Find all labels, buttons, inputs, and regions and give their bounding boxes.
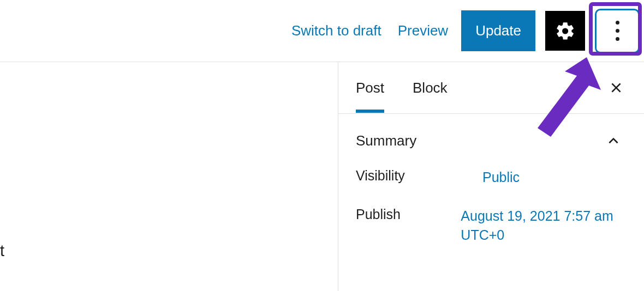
update-button[interactable]: Update xyxy=(461,10,535,51)
gear-icon xyxy=(555,21,576,41)
switch-to-draft-link[interactable]: Switch to draft xyxy=(288,17,385,45)
publish-row: Publish August 19, 2021 7:57 am UTC+0 xyxy=(338,207,644,264)
content-fragment: t xyxy=(0,242,4,260)
close-icon xyxy=(609,81,623,95)
visibility-label: Visibility xyxy=(356,168,482,187)
tab-block[interactable]: Block xyxy=(413,63,448,113)
sidebar-tabs: Post Block xyxy=(338,62,644,114)
summary-title: Summary xyxy=(356,132,416,149)
editor-body: t Post Block Summary Visibility Public xyxy=(0,62,644,291)
summary-panel-header[interactable]: Summary xyxy=(338,114,644,168)
content-editor-area[interactable]: t xyxy=(0,62,338,291)
settings-button[interactable] xyxy=(545,11,585,51)
settings-sidebar: Post Block Summary Visibility Public Pub xyxy=(338,62,644,291)
visibility-row: Visibility Public xyxy=(338,168,644,207)
chevron-up-icon xyxy=(606,134,621,149)
more-options-button[interactable] xyxy=(595,9,640,53)
preview-link[interactable]: Preview xyxy=(395,17,451,45)
kebab-icon xyxy=(616,21,619,41)
editor-toolbar: Switch to draft Preview Update xyxy=(0,0,644,62)
publish-value[interactable]: August 19, 2021 7:57 am UTC+0 xyxy=(461,207,627,245)
visibility-value[interactable]: Public xyxy=(482,168,520,187)
publish-label: Publish xyxy=(356,207,461,245)
tab-post[interactable]: Post xyxy=(356,63,384,113)
close-sidebar-button[interactable] xyxy=(608,80,624,96)
